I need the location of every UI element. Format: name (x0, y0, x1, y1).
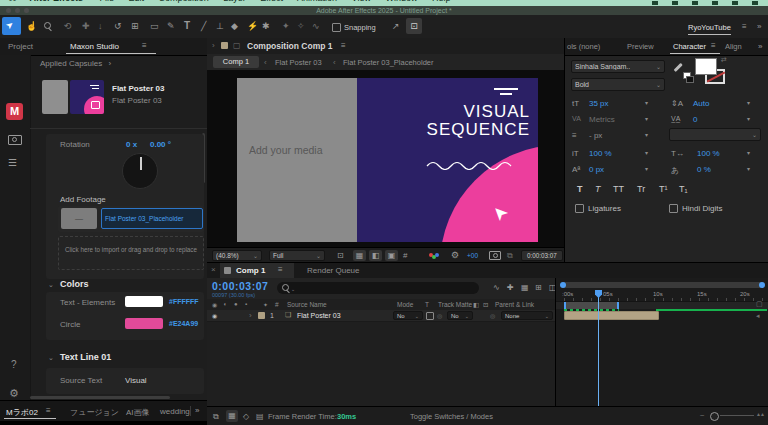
vertical-scale-value[interactable]: 100 % (589, 149, 612, 158)
show-snapshot-icon[interactable]: ⧉ (507, 251, 513, 261)
drop-zone[interactable]: Click here to import or drag and drop to… (58, 236, 204, 270)
font-family-dropdown[interactable]: Sinhala Sangam.. ⌄ (571, 60, 665, 73)
rotation-degrees-value[interactable]: 0.00 ° (150, 140, 171, 149)
layer-expander-icon[interactable]: › (249, 311, 252, 320)
tab-ai-image[interactable]: AI画像 (126, 407, 150, 418)
traffic-light-zoom[interactable] (24, 8, 29, 13)
resolution-dropdown[interactable]: Full ⌄ (269, 250, 325, 261)
tab-effect-controls[interactable]: ols (none) (567, 42, 600, 51)
menu-item-app[interactable]: After Effects (30, 0, 84, 3)
blend-mode-dropdown[interactable]: No ⌄ (393, 311, 423, 320)
type-tool[interactable]: T (184, 20, 190, 31)
char-tabs-overflow-icon[interactable]: » (758, 42, 762, 51)
crumb-flat-poster[interactable]: Flat Poster 03 (275, 58, 322, 67)
draft-3d-icon[interactable]: ✚ (507, 283, 514, 292)
font-style-dropdown[interactable]: Bold ⌄ (571, 78, 665, 91)
workspace-overflow-icon[interactable]: » (757, 22, 761, 31)
faux-italic-button[interactable]: T (595, 184, 601, 194)
lasso-icon[interactable]: ∿ (312, 21, 320, 31)
tracking-dropdown-icon[interactable]: ▾ (747, 115, 750, 122)
source-text-value[interactable]: Visual (125, 376, 147, 385)
capsule-item[interactable]: Flat Poster 03 Flat Poster 03 (36, 78, 204, 120)
placeholder-name-box[interactable]: Flat Poster 03_Placeholder (101, 208, 203, 229)
colors-section-title[interactable]: Colors (60, 279, 89, 289)
roto-brush-tool[interactable]: ⚡ (247, 21, 258, 31)
comp-panel-title[interactable]: Composition Comp 1 (247, 41, 332, 51)
rotation-turns-value[interactable]: 0 x (126, 140, 137, 149)
tab-align[interactable]: Align (725, 42, 742, 51)
timeline-tab-menu-icon[interactable]: ≡ (278, 265, 283, 274)
grid-icon[interactable]: ▦ (353, 250, 366, 261)
timeline-close-icon[interactable]: × (211, 265, 216, 274)
leading-value[interactable]: Auto (693, 99, 709, 108)
tab-preview[interactable]: Preview (627, 42, 654, 51)
stroke-style-dropdown[interactable]: ⌄ (669, 128, 761, 141)
hand-tool[interactable]: ☝ (26, 21, 37, 31)
all-caps-button[interactable]: TT (613, 184, 624, 194)
menu-item-edit[interactable]: Edit (129, 0, 145, 3)
timeline-search-box[interactable]: ⌄ (277, 282, 479, 294)
subscript-button[interactable]: T₁ (679, 184, 688, 194)
menu-item-layer[interactable]: Layer (223, 0, 246, 3)
frame-blending-icon[interactable]: ▦ (521, 283, 529, 292)
toggle-switches-button[interactable]: Toggle Switches / Modes (410, 412, 493, 421)
clone-stamp-tool[interactable]: ⊥ (216, 21, 224, 31)
tab-maxon-studio[interactable]: Maxon Studio (70, 42, 119, 51)
menu-item-view[interactable]: View (352, 0, 371, 3)
layer-eye-icon[interactable]: ◉ (212, 312, 217, 319)
preview-timecode[interactable]: 0:00:03:07 (521, 250, 563, 261)
parent-link-dropdown[interactable]: None ⌄ (501, 311, 553, 320)
vertical-scale-dropdown-icon[interactable]: ▾ (645, 149, 648, 156)
zoom-tool[interactable] (44, 22, 51, 31)
left-hscrollbar[interactable] (30, 396, 170, 399)
orbit-camera-tool[interactable]: ⟲ (64, 21, 72, 31)
rectangle-tool[interactable]: ▭ (150, 21, 159, 31)
dolly-camera-tool[interactable]: ↓ (98, 21, 103, 31)
menu-item-window[interactable]: Window (385, 0, 417, 3)
share-icon[interactable]: ↗ (392, 21, 400, 31)
tsume-dropdown-icon[interactable]: ▾ (747, 165, 750, 172)
motion-blur-toggle-icon[interactable]: ◇ (243, 412, 249, 421)
track-matte-column[interactable]: Track Matte (438, 301, 472, 308)
parent-link-column[interactable]: Parent & Link (495, 301, 534, 308)
menu-item-effect[interactable]: Effect (260, 0, 283, 3)
magnification-dropdown[interactable]: (40.8%) ⌄ (212, 250, 262, 261)
menu-item-help[interactable]: Help (432, 0, 451, 3)
settings-gear-icon[interactable]: ⚙ (9, 387, 19, 400)
horizontal-scale-value[interactable]: 100 % (697, 149, 720, 158)
eyedropper-icon[interactable] (674, 63, 683, 72)
layer-label-color[interactable] (258, 312, 265, 319)
parent-pickwhip-icon[interactable]: ◎ (490, 312, 495, 319)
work-area-bar[interactable] (564, 302, 619, 309)
kerning-dropdown-icon[interactable]: ▾ (645, 115, 648, 122)
traffic-light-minimize[interactable] (15, 8, 20, 13)
guides-icon[interactable]: ▣ (385, 250, 398, 261)
source-name-column[interactable]: Source Name (287, 301, 327, 308)
layer-duration-bar[interactable] (564, 311, 659, 320)
mlab02-menu-icon[interactable]: ≡ (46, 406, 51, 415)
layer-name[interactable]: Flat Poster 03 (297, 312, 341, 319)
timeline-zoom-handle[interactable] (710, 412, 719, 421)
bottom-tabs-overflow-icon[interactable]: » (195, 406, 199, 415)
kerning-value[interactable]: Metrics (589, 115, 615, 124)
render-preview-icon[interactable]: ⧉ (213, 412, 219, 422)
pan-camera-tool[interactable]: ✚ (82, 21, 90, 31)
maxon-logo[interactable]: M (6, 103, 23, 120)
small-caps-button[interactable]: Tr (637, 184, 645, 194)
time-navigator-track[interactable] (561, 282, 764, 288)
matte-pickwhip-icon[interactable]: ◎ (437, 312, 442, 319)
fill-color-swatch[interactable] (695, 58, 717, 75)
zoom-in-mountains-icon[interactable]: ▲▲ (756, 411, 764, 417)
workspace-label[interactable]: RyoYouTube (688, 23, 731, 35)
help-icon[interactable]: ? (11, 359, 17, 370)
crumb-comp1[interactable]: Comp 1 (213, 56, 259, 68)
comp-marker-icon[interactable]: ▢ (756, 300, 763, 308)
maxon-panel-menu-icon[interactable]: ≡ (142, 41, 147, 50)
mask-pucker-icon[interactable]: ✧ (297, 21, 305, 31)
textline-collapse-icon[interactable]: ⌄ (48, 354, 54, 362)
layer-row[interactable]: ◉ › 1 ❏ Flat Poster 03 No ⌄ ◎ No ⌄ ◎ Non… (207, 310, 555, 322)
leading-dropdown-icon[interactable]: ▾ (747, 99, 750, 106)
workspace-menu-icon[interactable]: ≡ (742, 22, 747, 31)
snapping-checkbox[interactable] (332, 23, 341, 32)
superscript-button[interactable]: T¹ (659, 184, 668, 194)
